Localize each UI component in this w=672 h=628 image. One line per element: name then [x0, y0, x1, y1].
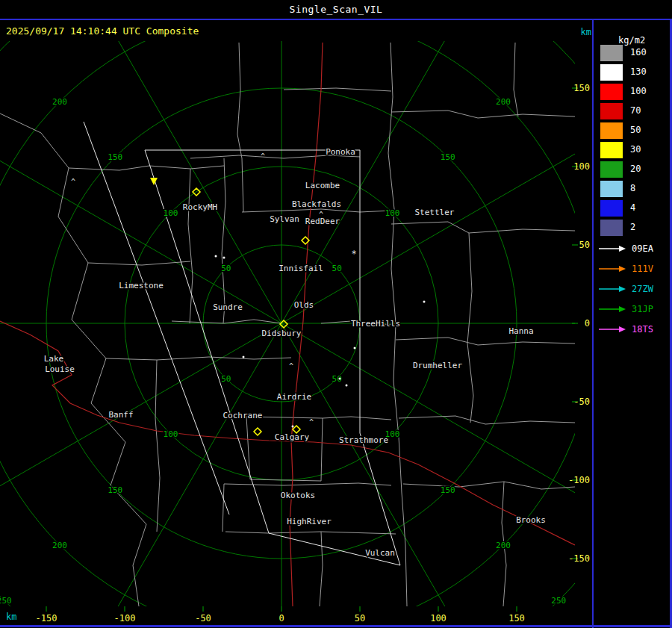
radial-line: [0, 323, 281, 628]
city-label: Okotoks: [281, 491, 315, 500]
county-boundary: [237, 43, 242, 158]
station-row: 09EA: [597, 242, 671, 257]
scale-color-swatch: [600, 181, 623, 197]
ring-distance-label: 100: [164, 429, 178, 439]
scale-row: 130: [600, 64, 669, 81]
station-arrow-icon: [597, 243, 629, 254]
legend-panel: kg/m2 16013010070503020842 09EA111V27ZW3…: [594, 20, 672, 628]
scale-row: 70: [600, 103, 669, 119]
scale-row: 8: [600, 181, 669, 197]
county-boundary: [403, 482, 575, 489]
ring-distance-label: 150: [441, 152, 455, 162]
ring-distance-label: 50: [221, 264, 231, 273]
city-label: Stettler: [415, 208, 455, 217]
ring-distance-label: 150: [441, 485, 455, 495]
ring-distance-label: 100: [385, 208, 400, 218]
scale-value: 130: [630, 66, 647, 77]
scale-value: 50: [630, 125, 641, 135]
station-id: 18TS: [632, 324, 653, 335]
radar-app-window: Single_Scan_VIL 2025/09/17 14:10:44 UTC …: [0, 0, 672, 628]
city-label: Olds: [294, 300, 314, 310]
city-label: Airdrie: [277, 392, 311, 402]
county-boundary: [225, 532, 396, 534]
town-dot-marker: [223, 257, 225, 259]
county-boundary: [222, 158, 225, 323]
ring-distance-label: 150: [108, 152, 122, 162]
city-label: Sylvan: [270, 214, 299, 224]
ring-distance-label: 50: [332, 264, 342, 273]
city-label: Lacombe: [305, 181, 340, 190]
ring-distance-label: 200: [496, 541, 511, 550]
x-axis-tick-label: 100: [430, 613, 447, 624]
county-boundary: [155, 360, 160, 532]
county-boundary: [323, 417, 391, 420]
scale-row: 30: [600, 142, 669, 158]
caret-marker: ^: [289, 362, 293, 370]
county-boundary: [399, 416, 575, 424]
county-boundary: [172, 320, 281, 323]
scale-value: 4: [630, 202, 635, 213]
y-axis-tick-label: 100: [573, 161, 590, 172]
x-axis-tick-label: -50: [195, 613, 211, 624]
county-boundary: [242, 209, 391, 212]
map-layers: 5050505010010010010015015015015020020020…: [0, 0, 672, 628]
scale-color-swatch: [600, 103, 623, 119]
station-row: 18TS: [597, 323, 671, 338]
scale-value: 100: [630, 86, 647, 96]
scale-color-swatch: [600, 84, 623, 100]
town-dot-marker: [292, 426, 294, 428]
scale-row: 2: [600, 220, 669, 236]
town-dot-marker: [243, 356, 245, 358]
radar-map-canvas[interactable]: 5050505010010010010015015015015020020020…: [0, 0, 672, 628]
y-axis-tick-label: -150: [568, 553, 590, 564]
city-label: HighRiver: [287, 517, 332, 526]
scale-value: 30: [630, 144, 641, 155]
x-axis-unit-label: km: [6, 612, 16, 622]
town-dot-marker: [346, 385, 348, 387]
city-label: Lake: [44, 354, 64, 364]
scan-area-outline: [145, 150, 400, 565]
scale-color-swatch: [600, 161, 623, 178]
radial-line: [0, 323, 281, 628]
city-label: Sundre: [213, 302, 243, 312]
y-axis-tick-label: 150: [573, 83, 590, 93]
city-label: Hanna: [508, 326, 533, 336]
scale-color-swatch: [600, 45, 623, 61]
storm-arrow-marker: [150, 178, 158, 185]
city-label: Calgary: [275, 432, 310, 442]
y-axis-tick-label: -50: [573, 397, 590, 407]
city-label: Limestone: [119, 281, 164, 290]
town-dot-marker: [354, 347, 356, 349]
window-border-bottom: [0, 625, 672, 627]
ring-distance-label: 150: [108, 485, 122, 495]
city-label: Didsbury: [262, 329, 302, 338]
city-label: Banff: [108, 410, 133, 420]
legend-unit-label: kg/m2: [618, 35, 645, 46]
station-arrow-icon: [597, 304, 629, 314]
scale-row: 160: [600, 45, 669, 61]
station-id: 31JP: [632, 304, 653, 314]
city-label: ThreeHills: [351, 319, 400, 329]
county-boundary: [391, 111, 575, 118]
county-boundary: [396, 338, 575, 345]
x-axis-tick-label: 50: [355, 613, 365, 624]
scale-color-swatch: [600, 200, 623, 217]
scan-area-outline: [84, 122, 229, 514]
ring-distance-label: 200: [52, 541, 67, 550]
city-label: Vulcan: [365, 548, 395, 558]
y-axis-tick-label: 50: [579, 240, 590, 250]
ring-distance-label: 250: [0, 596, 12, 606]
town-dot-marker: [215, 255, 217, 258]
scale-color-swatch: [600, 122, 623, 139]
county-boundary: [242, 158, 243, 212]
x-axis-tick-label: 0: [279, 613, 284, 624]
station-row: 111V: [597, 262, 671, 277]
scale-value: 20: [630, 164, 641, 174]
county-boundary: [467, 233, 473, 423]
scale-value: 2: [630, 222, 635, 232]
city-label: Ponoka: [326, 147, 355, 157]
county-boundary: [223, 484, 224, 532]
scale-color-swatch: [600, 64, 623, 81]
city-label: Strathmore: [339, 435, 388, 445]
station-row: 31JP: [597, 302, 671, 317]
